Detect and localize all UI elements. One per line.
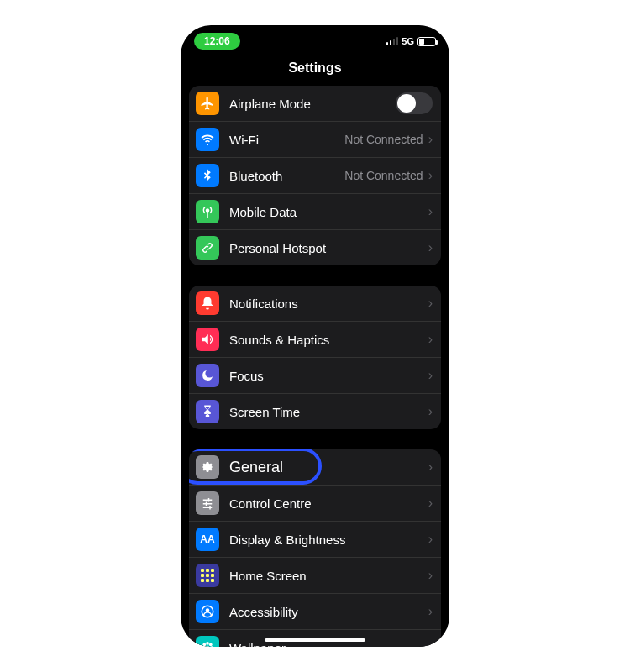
settings-group: Notifications›Sounds & Haptics›Focus›Scr… xyxy=(189,286,441,429)
time-pill: 12:06 xyxy=(194,33,240,50)
hourglass-icon xyxy=(196,400,219,423)
svg-point-5 xyxy=(202,646,205,647)
row-label: Bluetooth xyxy=(229,169,344,183)
wifi-icon xyxy=(196,128,219,151)
row-label: Sounds & Haptics xyxy=(229,333,428,347)
settings-row-notifications[interactable]: Notifications› xyxy=(189,286,441,322)
grid-icon xyxy=(196,564,219,587)
chevron-right-icon: › xyxy=(428,640,433,647)
row-label: General xyxy=(229,459,428,476)
settings-row-mobile-data[interactable]: Mobile Data› xyxy=(189,194,441,230)
settings-row-airplane-mode[interactable]: Airplane Mode xyxy=(189,86,441,122)
chevron-right-icon: › xyxy=(428,404,433,419)
settings-group: Airplane ModeWi-FiNot Connected›Bluetoot… xyxy=(189,86,441,265)
row-value: Not Connected xyxy=(344,169,423,182)
moon-icon xyxy=(196,364,219,387)
settings-row-general[interactable]: General› xyxy=(189,449,441,486)
chevron-right-icon: › xyxy=(428,568,433,583)
row-label: Wi-Fi xyxy=(229,133,344,147)
settings-row-screen-time[interactable]: Screen Time› xyxy=(189,394,441,429)
settings-row-accessibility[interactable]: Accessibility› xyxy=(189,594,441,630)
chevron-right-icon: › xyxy=(428,604,433,619)
row-label: Focus xyxy=(229,369,428,383)
chevron-right-icon: › xyxy=(428,296,433,311)
settings-row-focus[interactable]: Focus› xyxy=(189,358,441,394)
settings-row-bluetooth[interactable]: BluetoothNot Connected› xyxy=(189,158,441,194)
chevron-right-icon: › xyxy=(428,368,433,383)
chevron-right-icon: › xyxy=(428,204,433,219)
settings-row-wi-fi[interactable]: Wi-FiNot Connected› xyxy=(189,122,441,158)
link-icon xyxy=(196,236,219,260)
row-label: Personal Hotspot xyxy=(229,241,428,255)
airplane-icon xyxy=(196,92,219,115)
chevron-right-icon: › xyxy=(428,459,433,475)
network-label: 5G xyxy=(402,36,414,46)
chevron-right-icon: › xyxy=(428,168,433,183)
aa-icon: AA xyxy=(196,528,219,551)
page-title: Settings xyxy=(181,54,449,86)
toggle-switch[interactable] xyxy=(396,92,433,114)
chevron-right-icon: › xyxy=(428,332,433,347)
status-right: 5G xyxy=(386,36,436,46)
row-label: Home Screen xyxy=(229,569,428,583)
row-label: Mobile Data xyxy=(229,205,428,219)
gear-icon xyxy=(196,455,219,479)
phone-frame: 12:06 5G Settings Airplane ModeWi-FiNot … xyxy=(181,25,449,647)
chevron-right-icon: › xyxy=(428,240,433,255)
chevron-right-icon: › xyxy=(428,496,433,511)
svg-point-8 xyxy=(209,643,213,646)
status-bar: 12:06 5G xyxy=(181,25,449,54)
settings-row-sounds-haptics[interactable]: Sounds & Haptics› xyxy=(189,322,441,358)
settings-row-personal-hotspot[interactable]: Personal Hotspot› xyxy=(189,230,441,265)
signal-icon xyxy=(386,37,399,45)
svg-point-2 xyxy=(206,646,210,647)
settings-row-control-centre[interactable]: Control Centre› xyxy=(189,486,441,522)
flower-icon xyxy=(196,636,219,647)
sliders-icon xyxy=(196,491,219,515)
settings-row-home-screen[interactable]: Home Screen› xyxy=(189,558,441,594)
settings-group: General›Control Centre›AADisplay & Brigh… xyxy=(189,449,441,647)
row-label: Airplane Mode xyxy=(229,97,396,111)
person-icon xyxy=(196,600,219,623)
row-label: Screen Time xyxy=(229,405,428,419)
speaker-icon xyxy=(196,328,219,351)
antenna-icon xyxy=(196,200,219,223)
svg-point-7 xyxy=(202,643,206,646)
bell-icon xyxy=(196,291,219,315)
row-label: Accessibility xyxy=(229,605,428,619)
home-indicator[interactable] xyxy=(265,638,365,642)
settings-list[interactable]: Airplane ModeWi-FiNot Connected›Bluetoot… xyxy=(181,86,449,647)
row-label: Control Centre xyxy=(229,496,428,511)
battery-icon xyxy=(417,37,436,46)
chevron-right-icon: › xyxy=(428,532,433,547)
svg-point-6 xyxy=(210,646,213,647)
row-label: Display & Brightness xyxy=(229,533,428,547)
chevron-right-icon: › xyxy=(428,132,433,147)
row-label: Notifications xyxy=(229,297,428,311)
bluetooth-icon xyxy=(196,164,219,187)
row-value: Not Connected xyxy=(344,133,423,146)
settings-row-display-brightness[interactable]: AADisplay & Brightness› xyxy=(189,522,441,558)
svg-point-3 xyxy=(206,642,209,645)
